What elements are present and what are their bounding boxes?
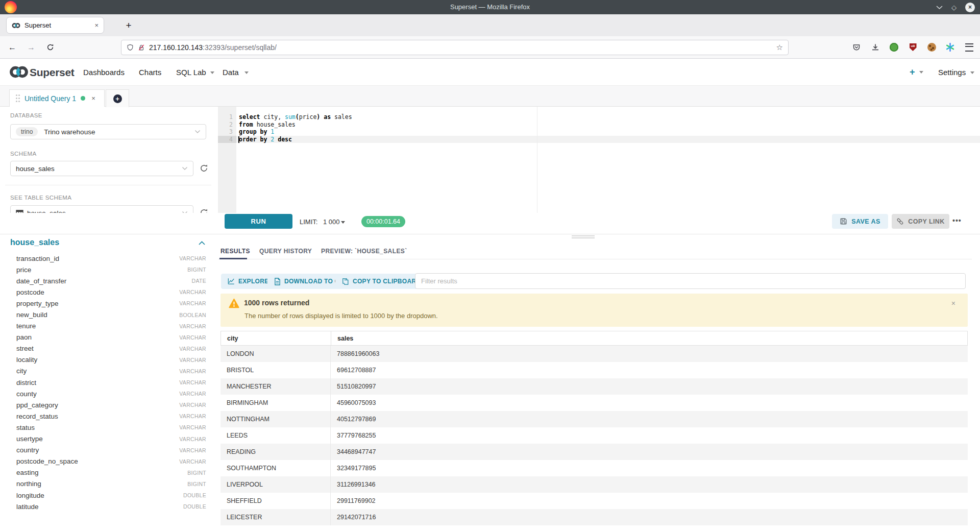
- reload-icon[interactable]: [43, 36, 57, 58]
- code-line[interactable]: from house_sales: [236, 121, 980, 129]
- brand-wordmark[interactable]: Superset: [30, 66, 74, 79]
- cell-sales[interactable]: 32349177895: [331, 460, 968, 476]
- close-icon[interactable]: ×: [965, 3, 975, 12]
- nav-sql-lab[interactable]: SQL Lab: [176, 68, 206, 77]
- shield-permissions-icon[interactable]: [127, 44, 134, 52]
- extension-asterisk-icon[interactable]: [945, 42, 955, 53]
- cell-city[interactable]: MANCHESTER: [220, 378, 331, 395]
- schema-column-row[interactable]: districtVARCHAR: [16, 377, 206, 388]
- cell-sales[interactable]: 29142071716: [331, 509, 968, 525]
- ublock-extension-icon[interactable]: uB: [908, 42, 918, 53]
- column-header-sales[interactable]: sales: [331, 331, 967, 345]
- schema-column-row[interactable]: eastingBIGINT: [16, 467, 206, 478]
- tab-query-history[interactable]: QUERY HISTORY: [259, 248, 312, 255]
- result-row[interactable]: LONDON788861960063: [220, 346, 968, 362]
- cell-city[interactable]: SOUTHAMPTON: [220, 460, 331, 476]
- new-tab-button[interactable]: +: [121, 17, 136, 34]
- cell-sales[interactable]: 37779768255: [331, 427, 968, 444]
- cell-sales[interactable]: 34468947747: [331, 444, 968, 460]
- result-row[interactable]: NOTTINGHAM40512797869: [220, 411, 968, 427]
- cell-city[interactable]: READING: [220, 444, 331, 460]
- maximize-icon[interactable]: ◇: [951, 4, 957, 11]
- cell-city[interactable]: NOTTINGHAM: [220, 411, 331, 427]
- downloads-icon[interactable]: [870, 42, 880, 53]
- superset-logo-icon[interactable]: [9, 65, 29, 79]
- schema-column-row[interactable]: date_of_transferDATE: [16, 275, 206, 286]
- cookie-extension-icon[interactable]: [926, 42, 937, 53]
- tab-close-icon[interactable]: ×: [94, 21, 99, 29]
- cell-city[interactable]: SHEFFIELD: [220, 493, 331, 509]
- schema-column-row[interactable]: countryVARCHAR: [16, 445, 206, 456]
- cell-sales[interactable]: 51510820997: [331, 378, 968, 395]
- code-line[interactable]: order by 2 desc: [236, 136, 980, 143]
- save-as-button[interactable]: SAVE AS: [832, 214, 888, 229]
- url-bar[interactable]: 217.160.120.143:32393/superset/sqllab/ ☆: [121, 40, 789, 55]
- schema-column-row[interactable]: new_buildBOOLEAN: [16, 309, 206, 320]
- copy-to-clipboard-button[interactable]: COPY TO CLIPBOARD: [335, 274, 427, 289]
- result-row[interactable]: LEEDS37779768255: [220, 427, 968, 444]
- schema-select[interactable]: house_sales: [10, 161, 193, 176]
- nav-settings[interactable]: Settings: [938, 68, 966, 77]
- schema-column-row[interactable]: postcodeVARCHAR: [16, 286, 206, 298]
- result-row[interactable]: LIVERPOOL31126991346: [220, 476, 968, 493]
- result-row[interactable]: SOUTHAMPTON32349177895: [220, 460, 968, 476]
- browser-tab[interactable]: Superset ×: [6, 17, 104, 34]
- cell-sales[interactable]: 40512797869: [331, 411, 968, 427]
- result-row[interactable]: READING34468947747: [220, 444, 968, 460]
- schema-column-row[interactable]: longitudeDOUBLE: [16, 490, 206, 501]
- collapse-chevron-up-icon[interactable]: [198, 240, 206, 246]
- cell-city[interactable]: BIRMINGHAM: [220, 395, 331, 411]
- forward-icon[interactable]: →: [24, 36, 38, 58]
- schema-column-row[interactable]: postcode_no_spaceVARCHAR: [16, 456, 206, 467]
- schema-column-row[interactable]: countyVARCHAR: [16, 388, 206, 399]
- result-row[interactable]: BIRMINGHAM45960075093: [220, 395, 968, 411]
- cell-city[interactable]: LIVERPOOL: [220, 476, 331, 493]
- refresh-schemas-icon[interactable]: [200, 164, 209, 173]
- nav-dashboards[interactable]: Dashboards: [83, 68, 125, 77]
- more-actions-button[interactable]: •••: [952, 216, 962, 225]
- cell-city[interactable]: LEEDS: [220, 427, 331, 444]
- schema-column-row[interactable]: cityVARCHAR: [16, 366, 206, 377]
- nav-charts[interactable]: Charts: [139, 68, 161, 77]
- run-button[interactable]: RUN: [225, 214, 292, 229]
- cell-sales[interactable]: 69612708887: [331, 362, 968, 378]
- new-item-button[interactable]: +: [910, 67, 915, 78]
- query-tab[interactable]: Untitled Query 1 ×: [9, 89, 105, 107]
- schema-column-row[interactable]: priceBIGINT: [16, 264, 206, 275]
- result-row[interactable]: SHEFFIELD29911769902: [220, 493, 968, 509]
- menu-icon[interactable]: [964, 42, 974, 53]
- limit-value[interactable]: 1 000: [323, 218, 340, 226]
- table-panel-title[interactable]: house_sales: [10, 238, 59, 247]
- schema-column-row[interactable]: tenureVARCHAR: [16, 321, 206, 332]
- schema-column-row[interactable]: paonVARCHAR: [16, 332, 206, 343]
- new-query-tab-button[interactable]: +: [106, 89, 129, 107]
- query-tab-close-icon[interactable]: ×: [91, 94, 95, 102]
- nav-data[interactable]: Data: [223, 68, 239, 77]
- schema-column-row[interactable]: statusVARCHAR: [16, 422, 206, 433]
- tab-results[interactable]: RESULTS: [220, 248, 250, 255]
- schema-column-row[interactable]: ppd_categoryVARCHAR: [16, 399, 206, 410]
- schema-column-row[interactable]: transaction_idVARCHAR: [16, 253, 206, 264]
- result-row[interactable]: MANCHESTER51510820997: [220, 378, 968, 395]
- alert-close-icon[interactable]: ×: [951, 299, 955, 307]
- sql-editor[interactable]: select city, sum(price) as salesfrom hou…: [236, 107, 980, 213]
- database-select[interactable]: trino Trino warehouse: [10, 124, 206, 139]
- back-icon[interactable]: ←: [5, 36, 19, 58]
- schema-column-row[interactable]: streetVARCHAR: [16, 343, 206, 354]
- cell-sales[interactable]: 29911769902: [331, 493, 968, 509]
- cell-city[interactable]: BRISTOL: [220, 362, 331, 378]
- split-drag-handle[interactable]: [572, 237, 595, 238]
- split-drag-handle[interactable]: [572, 235, 595, 236]
- cell-sales[interactable]: 31126991346: [331, 476, 968, 493]
- drag-grip-icon[interactable]: [16, 98, 17, 99]
- cell-sales[interactable]: 45960075093: [331, 395, 968, 411]
- minimize-icon[interactable]: [936, 4, 943, 11]
- tab-preview-table[interactable]: PREVIEW: `HOUSE_SALES`: [321, 248, 407, 255]
- schema-column-row[interactable]: property_typeVARCHAR: [16, 298, 206, 309]
- schema-column-row[interactable]: record_statusVARCHAR: [16, 410, 206, 422]
- result-row[interactable]: LEICESTER29142071716: [220, 509, 968, 525]
- pocket-icon[interactable]: [851, 42, 862, 53]
- cell-city[interactable]: LONDON: [220, 346, 331, 362]
- result-row[interactable]: BRISTOL69612708887: [220, 362, 968, 378]
- cell-sales[interactable]: 788861960063: [331, 346, 968, 362]
